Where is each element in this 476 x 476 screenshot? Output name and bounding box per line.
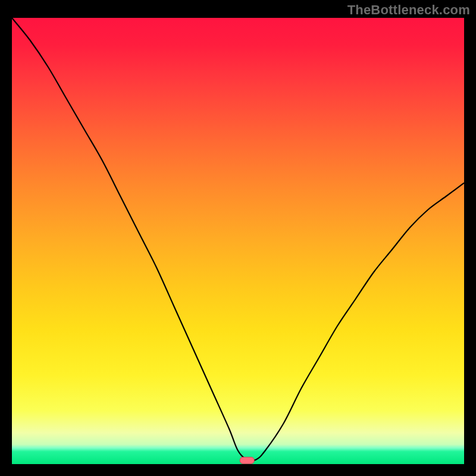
curve-layer <box>12 18 464 464</box>
minimum-marker-icon <box>240 457 254 464</box>
watermark-label: TheBottleneck.com <box>347 2 470 18</box>
bottleneck-curve <box>12 18 464 461</box>
plot-area <box>12 18 464 464</box>
chart-frame: TheBottleneck.com <box>0 0 476 476</box>
